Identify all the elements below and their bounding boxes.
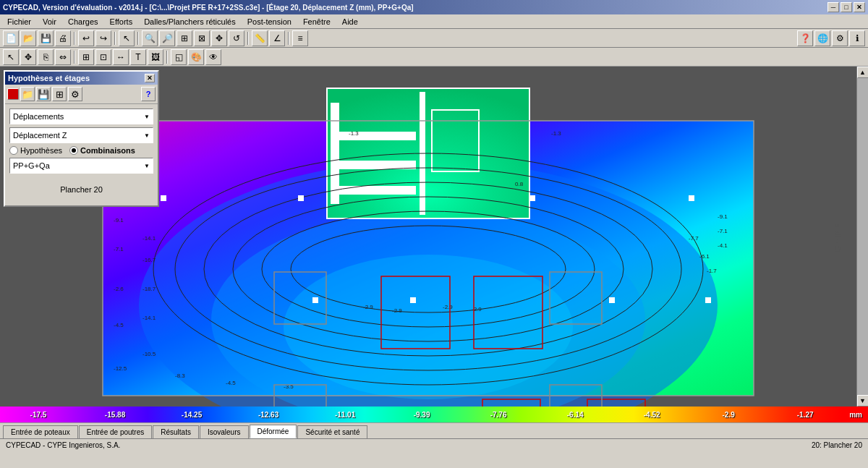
svg-text:-2.9: -2.9 — [443, 304, 453, 310]
svg-text:-6.1: -6.1 — [699, 253, 710, 260]
select-btn[interactable]: ↖ — [3, 49, 19, 65]
scale-label-10: -1.27 — [767, 411, 843, 419]
sep7 — [166, 51, 168, 64]
panel-tb-help[interactable]: ? — [141, 87, 156, 101]
redo-btn[interactable]: ↪ — [95, 30, 111, 46]
left-panel: Hypothèses et étages ✕ 📁 💾 ⊞ ⚙ ? Déplace… — [4, 70, 159, 207]
panel-tb-settings[interactable]: ⚙ — [68, 87, 82, 101]
status-left: CYPECAD - CYPE Ingenieros, S.A. — [6, 441, 120, 449]
plancher-label: Plancher 20 — [60, 185, 103, 194]
radio-hypotheses-label: Hypothèses — [20, 146, 62, 155]
panel-toolbar: 📁 💾 ⊞ ⚙ ? — [5, 85, 158, 104]
cype-side-label: CYPE — [833, 221, 842, 252]
svg-text:-14.1: -14.1 — [142, 315, 156, 321]
tab-resultats[interactable]: Résultats — [153, 425, 199, 438]
help-btn[interactable]: ❓ — [797, 30, 813, 46]
scale-label-9: -2.9 — [690, 411, 767, 419]
tabs-row: Entrée de poteaux Entrée de poutres Résu… — [0, 422, 868, 438]
svg-text:0.8: 0.8 — [515, 181, 524, 187]
img-btn[interactable]: 🖼 — [148, 49, 163, 65]
copy-btn[interactable]: ⎘ — [38, 49, 54, 65]
layers-btn[interactable]: ≡ — [292, 30, 308, 46]
menu-posttension[interactable]: Post-tension — [242, 16, 297, 27]
svg-rect-10 — [331, 186, 416, 195]
scroll-up-btn[interactable]: ▲ — [857, 67, 869, 78]
zoom-fit-btn[interactable]: ⊠ — [194, 30, 210, 46]
color-btn[interactable]: 🎨 — [188, 49, 204, 65]
menu-voir[interactable]: Voir — [37, 16, 62, 27]
measure-btn[interactable]: 📏 — [252, 30, 268, 46]
menu-aide[interactable]: Aide — [336, 16, 364, 27]
arrow-btn[interactable]: ↖ — [119, 30, 135, 46]
svg-rect-53 — [298, 195, 304, 201]
panel-tb-save[interactable]: 💾 — [36, 87, 51, 101]
panel-title-bar: Hypothèses et étages ✕ — [5, 72, 158, 85]
toolbar-2: ↖ ✥ ⎘ ⇔ ⊞ ⊡ ↔ T 🖼 ◱ 🎨 👁 — [0, 48, 868, 67]
scale-label-7: -6.14 — [537, 411, 613, 419]
menu-efforts[interactable]: Efforts — [104, 16, 139, 27]
tab-isovaleurs[interactable]: Isovaleurs — [200, 425, 249, 438]
radio-row: Hypothèses Combinaisons — [9, 146, 153, 155]
zoom-in-btn[interactable]: 🔍 — [142, 30, 158, 46]
panel-close-button[interactable]: ✕ — [145, 74, 155, 82]
status-right: 20: Plancher 20 — [812, 441, 862, 449]
mirror-btn[interactable]: ⇔ — [55, 49, 71, 65]
svg-text:-2.9: -2.9 — [363, 304, 373, 310]
dropdown-combo[interactable]: PP+G+Qa ▼ — [9, 158, 153, 174]
panel-tb-open[interactable]: 📁 — [20, 87, 35, 101]
svg-rect-56 — [161, 195, 166, 201]
radio-combinaisons[interactable]: Combinaisons — [69, 146, 135, 155]
menu-dalles[interactable]: Dalles/Planchers réticulés — [138, 16, 242, 27]
toolbar-1: 📄 📂 💾 🖨 ↩ ↪ ↖ 🔍 🔎 ⊞ ⊠ ✥ ↺ 📏 ∠ ≡ ❓ 🌐 ⚙ ℹ — [0, 29, 868, 48]
svg-rect-40 — [609, 297, 615, 303]
tab-poutres[interactable]: Entrée de poutres — [79, 425, 153, 438]
svg-text:-1.3: -1.3 — [551, 130, 561, 137]
refresh-btn[interactable]: ↺ — [229, 30, 244, 46]
cfg-btn[interactable]: ⚙ — [832, 30, 848, 46]
dim-btn[interactable]: ↔ — [113, 49, 129, 65]
new-btn[interactable]: 📄 — [3, 30, 19, 46]
panel-tb-grid[interactable]: ⊞ — [52, 87, 67, 101]
svg-text:-9.1: -9.1 — [114, 217, 124, 224]
snap-btn[interactable]: ⊡ — [95, 49, 111, 65]
menu-fichier[interactable]: Fichier — [1, 16, 37, 27]
eye-btn[interactable]: 👁 — [205, 49, 221, 65]
text-btn[interactable]: T — [130, 49, 146, 65]
sep1 — [74, 32, 75, 45]
svg-text:-18.7: -18.7 — [142, 286, 156, 292]
tab-securite[interactable]: Sécurité et santé — [297, 425, 367, 438]
sep6 — [74, 51, 75, 64]
pan-btn[interactable]: ✥ — [211, 30, 227, 46]
scroll-down-btn[interactable]: ▼ — [857, 395, 869, 407]
dropdown-type[interactable]: Déplacements ▼ — [9, 109, 153, 124]
maximize-button[interactable]: □ — [841, 2, 852, 12]
zoom-out-btn[interactable]: 🔎 — [159, 30, 175, 46]
tab-poteaux[interactable]: Entrée de poteaux — [3, 425, 78, 438]
dropdown-subtype[interactable]: Déplacement Z ▼ — [9, 127, 153, 143]
radio-hypotheses[interactable]: Hypothèses — [9, 146, 62, 155]
scale-label-3: -12.63 — [230, 411, 307, 419]
window-controls: ─ □ ✕ — [827, 2, 865, 12]
grid-btn[interactable]: ⊞ — [78, 49, 94, 65]
tab-deformee[interactable]: Déformée — [250, 425, 297, 438]
undo-btn[interactable]: ↩ — [78, 30, 94, 46]
minimize-button[interactable]: ─ — [827, 2, 839, 12]
print-btn[interactable]: 🖨 — [55, 30, 71, 46]
menu-charges[interactable]: Charges — [62, 16, 104, 27]
info-btn[interactable]: ℹ — [849, 30, 865, 46]
sep4 — [247, 32, 249, 45]
sep2 — [114, 32, 116, 45]
close-button[interactable]: ✕ — [854, 2, 865, 12]
open-btn[interactable]: 📂 — [20, 30, 36, 46]
layer-btn[interactable]: ◱ — [171, 49, 187, 65]
angle-btn[interactable]: ∠ — [269, 30, 285, 46]
svg-text:-4.5: -4.5 — [114, 322, 124, 328]
menu-fenetre[interactable]: Fenêtre — [297, 16, 336, 27]
scroll-track — [857, 78, 868, 395]
move-btn[interactable]: ✥ — [20, 49, 36, 65]
zoom-win-btn[interactable]: ⊞ — [176, 30, 192, 46]
right-scrollbar[interactable]: ▲ ▼ — [856, 67, 868, 407]
save-btn[interactable]: 💾 — [38, 30, 54, 46]
web-btn[interactable]: 🌐 — [814, 30, 830, 46]
panel-tb-red[interactable] — [7, 88, 19, 100]
